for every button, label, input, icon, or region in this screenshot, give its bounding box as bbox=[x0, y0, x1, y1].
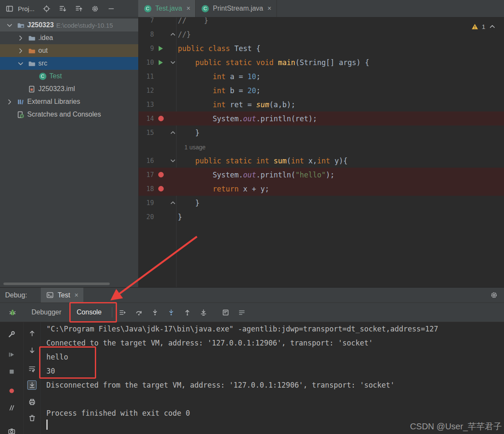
code-line[interactable]: 8//} bbox=[139, 27, 504, 41]
editor-tab-PrintStream.java[interactable]: CPrintStream.java× bbox=[196, 0, 277, 17]
code-text: 1 usage bbox=[178, 143, 205, 151]
chevron-right-icon[interactable] bbox=[16, 34, 25, 42]
wrench-icon[interactable] bbox=[8, 330, 16, 338]
token: ; bbox=[256, 72, 260, 81]
resume-icon[interactable] bbox=[8, 350, 16, 359]
code-editor[interactable]: 7// }8//}9public class Test {10 public s… bbox=[139, 17, 504, 287]
code-line[interactable]: 7// } bbox=[139, 17, 504, 27]
fold-marker-icon[interactable] bbox=[168, 157, 178, 164]
project-panel-title[interactable]: Proj... bbox=[18, 5, 34, 12]
threads-icon[interactable] bbox=[234, 308, 250, 317]
minimize-icon[interactable] bbox=[107, 4, 115, 13]
project-tool-window-icon[interactable] bbox=[5, 4, 14, 13]
fold-marker-icon[interactable] bbox=[168, 129, 178, 136]
horizontal-scrollbar[interactable] bbox=[3, 283, 110, 285]
code-line[interactable]: 11 int a = 10; bbox=[139, 69, 504, 83]
evaluate-icon[interactable] bbox=[218, 308, 234, 317]
breakpoint-icon[interactable] bbox=[154, 186, 168, 191]
code-line[interactable]: 16 public static int sum(int x,int y){ bbox=[139, 154, 504, 168]
run-to-cursor-icon[interactable] bbox=[196, 308, 212, 317]
token: main bbox=[278, 58, 295, 67]
stop-icon[interactable] bbox=[8, 367, 16, 376]
debug-session-tab[interactable]: Test × bbox=[41, 288, 84, 303]
debug-tab-console[interactable]: Console bbox=[69, 303, 109, 322]
code-line[interactable]: 17 System.out.println("hello"); bbox=[139, 168, 504, 182]
token: 20 bbox=[248, 86, 256, 95]
chevron-right-icon[interactable] bbox=[5, 97, 14, 106]
fold-marker-icon[interactable] bbox=[168, 199, 178, 206]
code-line[interactable]: 1 usage bbox=[139, 140, 504, 154]
debug-tab-debugger[interactable]: Debugger bbox=[24, 303, 69, 322]
code-line[interactable]: 9public class Test { bbox=[139, 41, 504, 55]
tab-label: Test.java bbox=[155, 5, 182, 12]
code-text: public static void main(String[] args) { bbox=[178, 58, 369, 67]
code-line[interactable]: 18 return x + y; bbox=[139, 182, 504, 196]
step-into-icon[interactable] bbox=[147, 308, 163, 317]
code-line[interactable]: 15 } bbox=[139, 126, 504, 140]
tree-item-External Libraries[interactable]: External Libraries bbox=[0, 95, 138, 108]
inspections-widget[interactable]: 1 bbox=[471, 22, 496, 31]
trash-icon[interactable] bbox=[28, 414, 36, 422]
chevron-down-icon[interactable] bbox=[5, 21, 14, 29]
chevron-up-icon[interactable] bbox=[488, 22, 496, 31]
force-step-into-icon[interactable] bbox=[163, 308, 179, 317]
breakpoint-icon[interactable] bbox=[154, 116, 168, 121]
code-line[interactable]: 13 int ret = sum(a,b); bbox=[139, 97, 504, 111]
folder-icon bbox=[27, 59, 36, 68]
scroll-end-icon[interactable] bbox=[27, 380, 37, 390]
fold-marker-icon[interactable] bbox=[168, 31, 178, 38]
code-area[interactable]: 7// }8//}9public class Test {10 public s… bbox=[139, 17, 504, 224]
code-line[interactable]: 20} bbox=[139, 210, 504, 224]
run-icon[interactable] bbox=[154, 46, 168, 51]
warning-count: 1 bbox=[482, 23, 485, 30]
code-text: int b = 20; bbox=[178, 86, 261, 95]
step-over-icon[interactable] bbox=[131, 308, 147, 317]
arrow-down-icon[interactable] bbox=[28, 346, 36, 354]
tree-item-.idea[interactable]: .idea bbox=[0, 31, 138, 44]
camera-icon[interactable] bbox=[8, 427, 16, 434]
warning-icon bbox=[471, 22, 479, 31]
tree-item-Scratches and Consoles[interactable]: Scratches and Consoles bbox=[0, 108, 138, 121]
chevron-right-icon[interactable] bbox=[16, 46, 25, 55]
scratches-icon bbox=[16, 110, 25, 119]
code-line[interactable]: 10 public static void main(String[] args… bbox=[139, 55, 504, 69]
gear-icon[interactable] bbox=[490, 291, 498, 300]
locate-icon[interactable] bbox=[42, 4, 51, 13]
expand-all-icon[interactable] bbox=[74, 4, 83, 13]
mute-breakpoints-icon[interactable] bbox=[8, 403, 16, 412]
console-line: Disconnected from the target VM, address… bbox=[46, 378, 504, 392]
fold-marker-icon[interactable] bbox=[168, 59, 178, 66]
token: } bbox=[178, 199, 199, 207]
gear-icon[interactable] bbox=[91, 4, 99, 13]
code-line[interactable]: 14 System.out.println(ret); bbox=[139, 111, 504, 126]
line-number: 10 bbox=[139, 59, 154, 66]
step-out-icon[interactable] bbox=[179, 308, 196, 317]
editor-tab-Test.java[interactable]: CTest.java× bbox=[138, 0, 196, 17]
code-line[interactable]: 12 int b = 20; bbox=[139, 83, 504, 97]
tree-item-J250323.iml[interactable]: J250323.iml bbox=[0, 83, 138, 95]
iml-icon bbox=[27, 85, 36, 93]
debug-tool-window: Debug: Test × DebuggerConsole "C:\Progra… bbox=[0, 287, 504, 434]
tree-item-label: J250323.iml bbox=[38, 85, 75, 93]
arrow-up-icon[interactable] bbox=[28, 329, 36, 337]
console-line: Connected to the target VM, address: '12… bbox=[46, 336, 504, 350]
chevron-down-icon[interactable] bbox=[16, 59, 25, 68]
close-icon[interactable]: × bbox=[74, 291, 78, 299]
run-icon[interactable] bbox=[154, 60, 168, 65]
close-icon[interactable]: × bbox=[186, 5, 190, 12]
print-icon[interactable] bbox=[28, 397, 36, 406]
console-output[interactable]: "C:\Program Files\Java\jdk-17\bin\java.e… bbox=[41, 322, 504, 434]
code-line[interactable]: 19 } bbox=[139, 196, 504, 210]
usage-hint[interactable]: 1 usage bbox=[178, 144, 205, 151]
show-execution-icon[interactable] bbox=[115, 308, 131, 317]
soft-wrap-icon[interactable] bbox=[28, 364, 36, 373]
close-icon[interactable]: × bbox=[268, 5, 271, 12]
tree-item-out[interactable]: out bbox=[0, 44, 138, 57]
token: public class bbox=[178, 44, 234, 53]
breakpoint-icon[interactable] bbox=[154, 172, 168, 177]
view-breakpoints-icon[interactable] bbox=[8, 386, 16, 395]
tree-item-Test[interactable]: CTest bbox=[0, 70, 138, 83]
tree-item-src[interactable]: src bbox=[0, 57, 138, 70]
collapse-all-icon[interactable] bbox=[58, 4, 67, 13]
tree-item-J250323[interactable]: J250323E:\code\study-10.15 bbox=[0, 19, 138, 31]
